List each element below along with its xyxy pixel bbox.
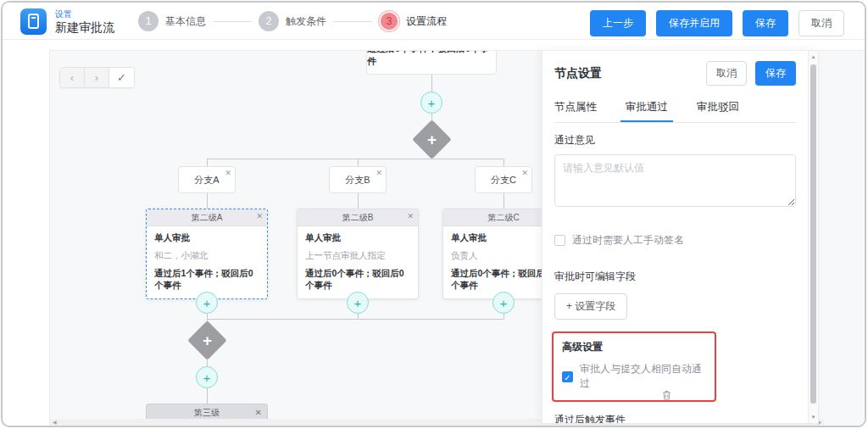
advanced-settings-highlight: 高级设置 ✓ 审批人与提交人相同自动通过 [552, 332, 716, 402]
arrow-up-icon[interactable]: ▲ [809, 54, 818, 59]
card-body: 单人审批 和二，小湖北 通过后1个事件；驳回后0个事件 [147, 226, 267, 298]
plus-icon: + [203, 370, 211, 385]
add-node-button[interactable]: + [492, 292, 515, 314]
card-events: 通过后0个事件；驳回后0个事件 [451, 268, 556, 292]
card-events: 通过后1个事件；驳回后0个事件 [154, 268, 259, 292]
auto-pass-row: ✓ 审批人与提交人相同自动通过 [562, 362, 706, 391]
vertical-scrollbar[interactable]: ▲ ▼ [808, 51, 818, 423]
page-title: 新建审批流 [55, 20, 114, 36]
panel-header: 节点设置 取消 保存 [554, 61, 796, 86]
panel-tabs: 节点属性 审批通过 审批驳回 [554, 100, 796, 123]
manual-sign-label: 通过时需要人工手动签名 [572, 233, 684, 248]
approval-card-level2b[interactable]: 第二级B ✕ 单人审批 上一节点审批人指定 通过后0个事件；驳回后0个事件 [297, 209, 419, 299]
branch-label: 分支A [194, 174, 219, 187]
add-node-button[interactable]: + [196, 292, 218, 314]
manual-sign-row: 通过时需要人工手动签名 [554, 233, 796, 248]
auto-pass-checkbox[interactable]: ✓ [562, 371, 573, 382]
scrollbar-thumb[interactable] [810, 64, 816, 404]
plus-icon: + [500, 296, 508, 310]
card-header: 第二级A ✕ [147, 209, 267, 226]
breadcrumb: 设置 [55, 8, 72, 20]
plus-icon: + [427, 131, 437, 148]
undo-button[interactable]: ‹ [60, 68, 85, 87]
plus-icon: + [203, 296, 211, 310]
step-label: 基本信息 [165, 14, 206, 29]
card-body: 单人审批 上一节点审批人指定 通过后0个事件；驳回后0个事件 [298, 226, 418, 298]
card-approval-type: 单人审批 [154, 232, 259, 244]
step-number: 2 [259, 11, 279, 31]
flow-node-events-summary[interactable]: 通过后0个事件；驳回后0个事件 [366, 50, 497, 75]
card-title: 第二级B [298, 212, 418, 224]
set-fields-button[interactable]: + 设置字段 [554, 293, 627, 320]
add-node-button[interactable]: + [420, 92, 442, 114]
panel-cancel-button[interactable]: 取消 [706, 61, 747, 86]
pass-opinion-label: 通过意见 [554, 133, 796, 148]
branch-label: 分支C [491, 174, 516, 187]
app-window: 设置 新建审批流 1 基本信息 2 触发条件 3 设置流程 上一步 保存并启用 … [1, 1, 866, 427]
chevron-left-icon: ‹ [70, 71, 74, 84]
document-icon [28, 14, 39, 29]
plus-icon: + [428, 96, 436, 110]
step-trigger-condition[interactable]: 2 触发条件 [259, 11, 333, 31]
tab-approval-reject[interactable]: 审批驳回 [697, 100, 739, 122]
card-assignee: 上一节点审批人指定 [305, 250, 410, 262]
after-pass-events-label: 通过后触发事件 [554, 413, 796, 424]
save-button[interactable]: 保存 [743, 10, 788, 36]
close-icon[interactable]: ✕ [225, 169, 231, 177]
card-title: 第三级 [147, 407, 267, 419]
plus-icon: + [203, 332, 212, 348]
card-header: 第二级B ✕ [298, 209, 418, 226]
branch-node-a[interactable]: 分支A ✕ [178, 166, 236, 193]
plus-icon: + [354, 296, 362, 310]
panel-title: 节点设置 [554, 66, 706, 81]
close-icon[interactable]: ✕ [521, 169, 528, 177]
save-and-enable-button[interactable]: 保存并启用 [656, 10, 732, 36]
node-settings-panel: 节点设置 取消 保存 节点属性 审批通过 审批驳回 通过意见 通过时需要人工手动… [542, 50, 819, 424]
close-icon[interactable]: ✕ [407, 212, 414, 220]
branch-node-c[interactable]: 分支C ✕ [475, 166, 532, 193]
panel-save-button[interactable]: 保存 [755, 61, 796, 86]
arrow-left-icon[interactable]: ◀ [53, 420, 57, 425]
card-approval-type: 单人审批 [305, 232, 410, 244]
step-connector [333, 21, 372, 22]
branch-label: 分支B [345, 174, 370, 187]
arrow-down-icon[interactable]: ▼ [809, 415, 818, 420]
manual-sign-checkbox[interactable] [554, 235, 565, 246]
approval-card-level2a[interactable]: 第二级A ✕ 单人审批 和二，小湖北 通过后1个事件；驳回后0个事件 [146, 209, 268, 299]
prev-step-button[interactable]: 上一步 [590, 10, 646, 36]
card-title: 第二级A [147, 212, 267, 224]
step-label: 设置流程 [406, 14, 447, 29]
step-number: 1 [138, 11, 159, 31]
check-icon: ✓ [117, 71, 126, 84]
canvas-toolbar: ‹ › ✓ [59, 67, 135, 88]
pass-opinion-textarea[interactable] [554, 154, 796, 207]
header-actions: 上一步 保存并启用 保存 取消 [590, 10, 844, 36]
step-basic-info[interactable]: 1 基本信息 [138, 11, 213, 31]
app-logo-icon [20, 8, 47, 35]
auto-pass-label: 审批人与提交人相同自动通过 [580, 362, 706, 391]
step-number: 3 [379, 11, 399, 31]
cancel-button[interactable]: 取消 [798, 10, 844, 36]
confirm-button[interactable]: ✓ [109, 68, 134, 87]
step-label: 触发条件 [286, 14, 326, 29]
branch-node-b[interactable]: 分支B ✕ [329, 166, 387, 193]
editable-fields-label: 审批时可编辑字段 [554, 270, 796, 284]
close-icon[interactable]: ✕ [255, 408, 262, 417]
add-node-button[interactable]: + [196, 366, 218, 388]
trash-icon[interactable] [662, 388, 671, 404]
tab-approval-pass[interactable]: 审批通过 [626, 100, 668, 122]
card-events: 通过后0个事件；驳回后0个事件 [305, 268, 410, 292]
tab-node-properties[interactable]: 节点属性 [554, 100, 597, 122]
stepper: 1 基本信息 2 触发条件 3 设置流程 [138, 3, 453, 40]
add-node-button[interactable]: + [347, 292, 369, 314]
card-approval-type: 单人审批 [451, 232, 556, 244]
chevron-right-icon: › [95, 71, 98, 84]
header: 设置 新建审批流 1 基本信息 2 触发条件 3 设置流程 上一步 保存并启用 … [3, 3, 865, 40]
advanced-settings-label: 高级设置 [562, 340, 706, 354]
card-assignee: 负责人 [451, 250, 556, 262]
close-icon[interactable]: ✕ [376, 169, 382, 177]
step-set-flow[interactable]: 3 设置流程 [379, 11, 453, 31]
card-assignee: 和二，小湖北 [154, 250, 259, 262]
redo-button[interactable]: › [85, 68, 109, 87]
close-icon[interactable]: ✕ [256, 212, 263, 220]
